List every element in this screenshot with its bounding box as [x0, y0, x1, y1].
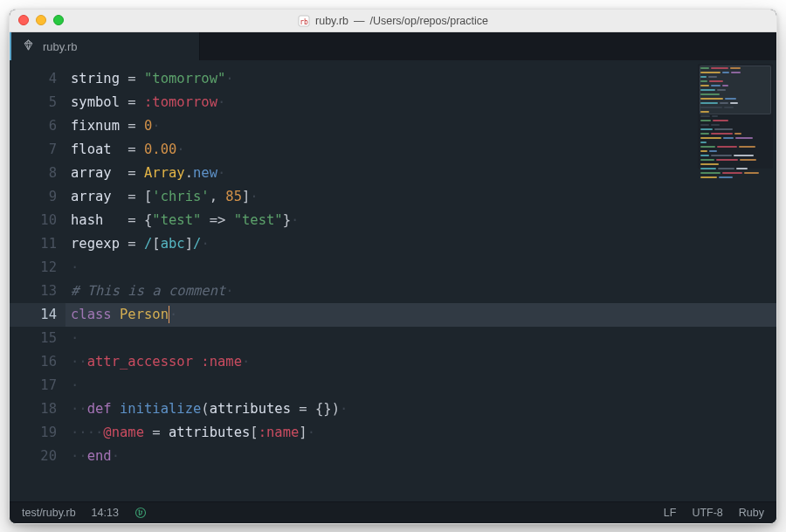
code-line[interactable]: string = "tomorrow"· [66, 67, 776, 91]
line-number: 13 [10, 280, 57, 303]
ruby-icon [22, 38, 35, 54]
window-title-path: /Users/op/repos/practice [370, 15, 488, 27]
minimap-line [700, 172, 770, 174]
code-line[interactable]: ··attr_accessor :name· [66, 350, 776, 374]
line-number: 18 [10, 397, 57, 421]
line-number: 8 [10, 162, 57, 185]
line-number: 9 [10, 185, 57, 209]
code-content[interactable]: string = "tomorrow"·symbol = :tomorrow·f… [66, 60, 776, 501]
code-line[interactable]: array = Array.new· [66, 162, 776, 185]
code-line[interactable]: hash = {"test" => "test"}· [66, 209, 776, 232]
svg-point-2 [135, 508, 145, 517]
code-line[interactable]: ··end· [66, 445, 776, 468]
code-line[interactable]: · [66, 374, 776, 397]
minimap-line [700, 168, 770, 169]
minimap-line [700, 124, 770, 126]
status-language[interactable]: Ruby [739, 507, 764, 519]
line-number: 6 [10, 114, 57, 138]
line-number: 17 [10, 374, 57, 397]
code-line[interactable]: class Person· [66, 303, 776, 327]
minimap-line [700, 159, 770, 161]
status-encoding[interactable]: UTF-8 [692, 507, 722, 519]
status-filepath[interactable]: test/ruby.rb [22, 507, 76, 519]
svg-point-4 [141, 510, 142, 512]
line-number: 15 [10, 327, 57, 350]
window-title-filename: ruby.rb [315, 15, 348, 27]
line-number-gutter: 4567891011121314151617181920 [10, 60, 66, 501]
tab-ruby[interactable]: ruby.rb [10, 32, 200, 60]
line-number: 5 [10, 91, 57, 114]
line-number: 12 [10, 256, 57, 280]
minimap-line [700, 163, 770, 165]
line-number: 20 [10, 445, 57, 468]
code-line[interactable]: # This is a comment· [66, 280, 776, 303]
tab-bar: ruby.rb [10, 32, 776, 60]
close-window-button[interactable] [18, 15, 29, 25]
line-number: 10 [10, 209, 57, 232]
minimap-line [700, 155, 770, 156]
minimap[interactable] [698, 64, 773, 169]
editor-window: rb ruby.rb — /Users/op/repos/practice ru… [9, 9, 777, 524]
line-number: 7 [10, 138, 57, 162]
window-title-sep: — [354, 15, 365, 27]
window-title: rb ruby.rb — /Users/op/repos/practice [298, 15, 488, 27]
line-number: 4 [10, 67, 57, 91]
minimap-line [700, 120, 770, 121]
window-titlebar: rb ruby.rb — /Users/op/repos/practice [10, 10, 776, 32]
editor-area[interactable]: 4567891011121314151617181920 string = "t… [10, 60, 776, 501]
svg-point-3 [138, 510, 140, 512]
code-line[interactable]: symbol = :tomorrow· [66, 91, 776, 114]
code-line[interactable]: · [66, 256, 776, 280]
ruby-file-icon: rb [298, 15, 310, 27]
code-line[interactable]: · [66, 327, 776, 350]
minimap-line [700, 137, 770, 139]
code-line[interactable]: array = ['chris', 85]· [66, 185, 776, 209]
tab-bar-empty[interactable] [200, 32, 776, 60]
git-branch-icon[interactable] [134, 507, 147, 519]
minimize-window-button[interactable] [36, 15, 46, 25]
status-line-ending[interactable]: LF [664, 507, 677, 519]
minimap-line [700, 176, 770, 178]
code-line[interactable]: float = 0.00· [66, 138, 776, 162]
minimap-line [700, 133, 770, 135]
zoom-window-button[interactable] [53, 15, 64, 25]
code-line[interactable]: ····@name = attributes[:name]· [66, 421, 776, 445]
status-bar: test/ruby.rb 14:13 LF UTF-8 Ruby [10, 501, 776, 523]
minimap-line [700, 146, 770, 148]
minimap-line [700, 128, 770, 130]
minimap-line [700, 150, 770, 152]
minimap-line [700, 142, 770, 143]
code-line[interactable]: regexp = /[abc]/· [66, 232, 776, 256]
line-number: 16 [10, 350, 57, 374]
svg-text:rb: rb [300, 17, 308, 25]
status-cursor-position[interactable]: 14:13 [92, 507, 119, 519]
window-controls [18, 15, 64, 25]
line-number: 19 [10, 421, 57, 445]
code-line[interactable]: fixnum = 0· [66, 114, 776, 138]
line-number: 11 [10, 232, 57, 256]
code-line[interactable]: ··def initialize(attributes = {})· [66, 397, 776, 421]
minimap-line [700, 115, 770, 117]
tab-label: ruby.rb [43, 40, 78, 53]
